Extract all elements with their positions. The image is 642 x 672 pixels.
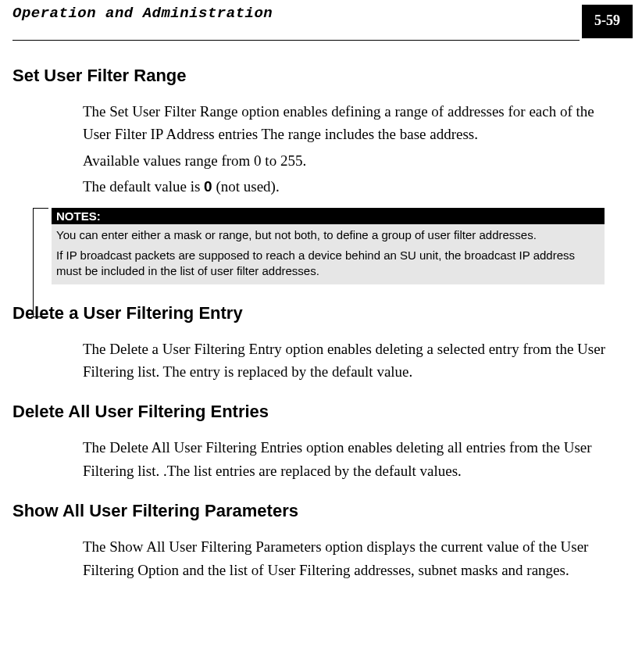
body-paragraph: Available values range from 0 to 255. bbox=[83, 149, 614, 172]
notes-bracket-decoration bbox=[33, 208, 48, 317]
body-paragraph: The Delete All User Filtering Entries op… bbox=[83, 436, 614, 482]
section-heading: Show All User Filtering Parameters bbox=[12, 501, 623, 521]
default-suffix: (not used). bbox=[212, 178, 280, 195]
page-number: 5-59 bbox=[582, 5, 633, 38]
body-paragraph: The Set User Filter Range option enables… bbox=[83, 100, 614, 146]
notes-body: You can enter either a mask or range, bu… bbox=[52, 224, 605, 284]
section-heading: Delete a User Filtering Entry bbox=[12, 303, 623, 323]
notes-block: NOTES: You can enter either a mask or ra… bbox=[52, 208, 605, 284]
section-heading: Set User Filter Range bbox=[12, 66, 623, 86]
default-prefix: The default value is bbox=[83, 178, 204, 195]
notes-line: You can enter either a mask or range, bu… bbox=[56, 227, 598, 243]
section-heading: Delete All User Filtering Entries bbox=[12, 402, 623, 422]
default-value: 0 bbox=[204, 178, 212, 195]
section-set-user-filter-range: Set User Filter Range The Set User Filte… bbox=[12, 66, 623, 284]
notes-label: NOTES: bbox=[52, 208, 605, 224]
chapter-title: Operation and Administration bbox=[12, 5, 582, 22]
section-delete-user-filtering-entry: Delete a User Filtering Entry The Delete… bbox=[12, 303, 623, 384]
body-paragraph: The Delete a User Filtering Entry option… bbox=[83, 338, 614, 384]
section-delete-all-user-filtering-entries: Delete All User Filtering Entries The De… bbox=[12, 402, 623, 482]
body-paragraph: The Show All User Filtering Parameters o… bbox=[83, 535, 614, 581]
notes-line: If IP broadcast packets are supposed to … bbox=[56, 248, 598, 280]
section-show-all-user-filtering-parameters: Show All User Filtering Parameters The S… bbox=[12, 501, 623, 581]
body-paragraph: The default value is 0 (not used). bbox=[83, 175, 614, 198]
page-content: Set User Filter Range The Set User Filte… bbox=[0, 41, 642, 581]
page-header: Operation and Administration 5-59 bbox=[0, 0, 642, 38]
